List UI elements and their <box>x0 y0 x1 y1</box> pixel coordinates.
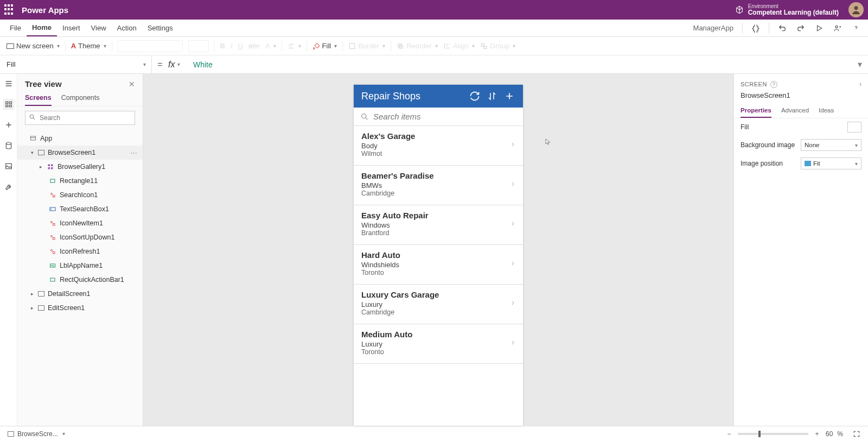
chevron-right-icon[interactable] <box>510 180 515 188</box>
menu-file[interactable]: File <box>4 20 27 36</box>
chevron-right-icon[interactable] <box>510 259 515 268</box>
menu-insert[interactable]: Insert <box>57 20 86 36</box>
menu-view[interactable]: View <box>86 20 112 36</box>
sort-icon[interactable] <box>486 90 498 102</box>
tab-ideas[interactable]: Ideas <box>819 104 834 118</box>
gallery-item[interactable]: Medium AutoLuxuryToronto <box>354 324 523 364</box>
theme-button[interactable]: A Theme ▾ <box>71 42 106 50</box>
menu-home[interactable]: Home <box>27 20 57 36</box>
gallery-item[interactable]: Luxury Cars GarageLuxuryCambridge <box>354 285 523 324</box>
menu-action[interactable]: Action <box>112 20 142 36</box>
tab-advanced[interactable]: Advanced <box>781 104 809 118</box>
gallery-item[interactable]: Hard AutoWindshieldsToronto <box>354 245 523 285</box>
tree-node-rectangle[interactable]: Rectangle11 <box>17 174 143 188</box>
zoom-out-button[interactable]: − <box>725 430 733 438</box>
chevron-right-icon[interactable] <box>510 219 515 228</box>
add-icon[interactable] <box>503 90 515 102</box>
formula-input[interactable]: White <box>188 55 852 73</box>
search-icon <box>29 114 36 121</box>
tree-node-textsearchbox[interactable]: TextSearchBox1 <box>17 202 143 216</box>
fill-swatch[interactable] <box>847 122 861 133</box>
rail-tools-icon[interactable] <box>3 181 14 192</box>
rail-data-icon[interactable] <box>3 140 14 151</box>
zoom-in-button[interactable]: + <box>813 430 821 438</box>
tree-node-lblappname[interactable]: LblAppName1 <box>17 259 143 273</box>
gallery-item[interactable]: Alex's GarageBodyWilmot <box>354 126 523 166</box>
environment-name: Competent Learning (default) <box>748 9 839 16</box>
tree-node-browsescreen[interactable]: ▾ BrowseScreen1 ⋯ <box>17 146 143 160</box>
close-icon[interactable]: ✕ <box>129 80 135 89</box>
expand-icon[interactable]: ▸ <box>29 291 35 297</box>
avatar[interactable] <box>848 2 864 17</box>
redo-button[interactable] <box>793 21 808 36</box>
undo-button[interactable] <box>775 21 790 36</box>
font-picker[interactable] <box>118 40 183 52</box>
tree-search-input[interactable] <box>25 111 135 125</box>
app-launcher-icon[interactable] <box>4 4 15 15</box>
tab-components[interactable]: Components <box>61 91 100 106</box>
chevron-right-icon[interactable] <box>510 338 515 347</box>
canvas-area[interactable]: Repair Shops Alex's GarageBodyWilmotBeam… <box>143 74 733 426</box>
bg-image-select[interactable]: None▾ <box>801 139 861 151</box>
gallery-search-input[interactable] <box>369 112 516 121</box>
app-checker-icon[interactable] <box>748 21 763 36</box>
zoom-slider[interactable] <box>738 433 808 435</box>
rail-tree-view-icon[interactable] <box>3 99 14 110</box>
chevron-right-icon[interactable] <box>510 140 515 149</box>
align-button[interactable]: Align▾ <box>443 42 475 50</box>
share-button[interactable] <box>830 21 845 36</box>
rail-hamburger-icon[interactable] <box>3 78 14 89</box>
tab-screens[interactable]: Screens <box>25 91 52 106</box>
rail-insert-icon[interactable] <box>3 119 14 130</box>
new-screen-button[interactable]: New screen ▾ <box>7 42 60 50</box>
status-screen-picker[interactable]: BrowseScre... ▾ <box>8 430 65 438</box>
tree-node-rectquick[interactable]: RectQuickActionBar1 <box>17 273 143 287</box>
more-icon[interactable]: ⋯ <box>130 149 138 157</box>
italic-button[interactable]: I <box>231 42 233 50</box>
gallery-item[interactable]: Easy Auto RepairWindowsBrantford <box>354 205 523 245</box>
tree-node-detailscreen[interactable]: ▸ DetailScreen1 <box>17 287 143 301</box>
bold-button[interactable]: B <box>220 42 225 50</box>
tree-node-iconsort[interactable]: IconSortUpDown1 <box>17 230 143 244</box>
text-align-button[interactable]: ▾ <box>288 42 301 50</box>
collapse-icon[interactable]: ▾ <box>29 150 35 155</box>
tree-node-iconrefresh[interactable]: IconRefresh1 <box>17 244 143 259</box>
gallery-item[interactable]: Beamer's ParadiseBMWsCambridge <box>354 166 523 205</box>
tree-node-app[interactable]: App <box>17 131 143 146</box>
chevron-right-icon[interactable] <box>510 299 515 307</box>
font-size-picker[interactable] <box>188 40 209 52</box>
group-button[interactable]: Group▾ <box>480 42 515 50</box>
fit-to-window-button[interactable] <box>853 430 860 438</box>
underline-button[interactable]: U <box>238 42 243 50</box>
label-icon <box>49 262 56 269</box>
image-icon <box>805 161 811 166</box>
tree-node-searchicon[interactable]: SearchIcon1 <box>17 188 143 202</box>
border-button[interactable]: Border▾ <box>348 42 385 50</box>
reorder-button[interactable]: Reorder▾ <box>397 42 438 50</box>
tree-node-gallery[interactable]: ▸ BrowseGallery1 <box>17 160 143 174</box>
fill-button[interactable]: Fill▾ <box>312 42 337 50</box>
strike-button[interactable]: abc <box>248 42 260 50</box>
menu-settings[interactable]: Settings <box>142 20 178 36</box>
tab-properties[interactable]: Properties <box>741 104 771 118</box>
fx-button[interactable]: fx▾ <box>168 60 188 70</box>
property-selector[interactable]: Fill ▾ <box>0 55 152 73</box>
chevron-right-icon[interactable]: › <box>859 80 861 88</box>
refresh-icon[interactable] <box>469 90 481 102</box>
help-button[interactable] <box>848 21 864 36</box>
expand-icon[interactable]: ▸ <box>38 164 43 169</box>
svg-rect-24 <box>53 224 55 226</box>
font-color-button[interactable]: A▾ <box>265 42 276 50</box>
tree-node-editscreen[interactable]: ▸ EditScreen1 <box>17 301 143 315</box>
image-position-select[interactable]: Fit ▾ <box>801 158 861 169</box>
zoom-value: 60 <box>826 430 833 438</box>
expand-icon[interactable]: ▸ <box>29 305 35 311</box>
play-button[interactable] <box>812 21 827 36</box>
formula-expand-button[interactable]: ▾ <box>852 59 868 70</box>
tree-node-iconnew[interactable]: IconNewItem1 <box>17 216 143 230</box>
props-section-label: Screen <box>741 81 767 87</box>
help-icon[interactable]: ? <box>770 81 777 88</box>
rail-media-icon[interactable] <box>3 161 14 172</box>
environment-label: Environment <box>748 3 839 9</box>
environment-picker[interactable]: Environment Competent Learning (default) <box>735 3 839 16</box>
